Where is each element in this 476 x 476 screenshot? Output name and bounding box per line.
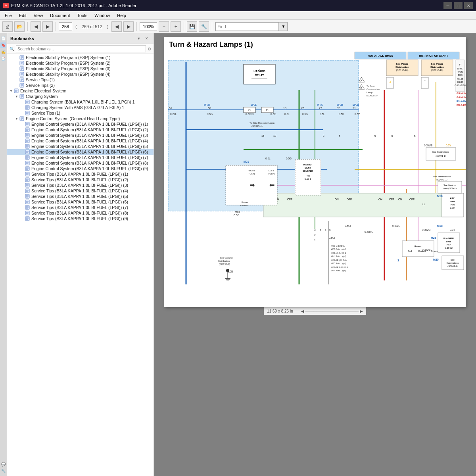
svg-text:⚡: ⚡ <box>389 81 392 84</box>
svg-text:G3LA KAP: G3LA KAP <box>457 92 466 94</box>
bookmark-item-ecs4[interactable]: Engine Control System (B3LA KAPPA 1.0L B… <box>7 138 154 144</box>
bookmark-item-ecst3[interactable]: Service Tips (B3LA KAPPA 1.0L BI-FUEL (L… <box>7 182 154 188</box>
svg-text:Ground: Ground <box>431 250 439 252</box>
bookmark-item-esp1[interactable]: Electronic Stability Program (ESP) Syste… <box>7 55 154 60</box>
svg-text:tions (SD941): tions (SD941) <box>443 187 457 190</box>
bookmark-item-ecs2[interactable]: Engine Control System (B3LA KAPPA 1.0L B… <box>7 127 154 132</box>
svg-text:3: 3 <box>323 134 324 137</box>
svg-text:M01: M01 <box>244 160 249 163</box>
bookmark-item-ecst9[interactable]: Service Tips (B3LA KAPPA 1.0L BI-FUEL (L… <box>7 216 154 221</box>
bookmark-item-cs[interactable]: ▼ Charging System <box>7 94 154 99</box>
bookmark-item-ees[interactable]: ▼ Engine Electrical System <box>7 88 154 94</box>
bookmark-label: Service Tips (B3LA KAPPA 1.0L BI-FUEL (L… <box>31 216 128 221</box>
panel-tools[interactable]: ▼ ✕ <box>135 35 150 42</box>
bookmark-item-ecst1[interactable]: Service Tips (B3LA KAPPA 1.0L BI-FUEL (L… <box>7 171 154 177</box>
bookmark-item-cs1[interactable]: Charging System (B3LA KAPPA 1.0L BI-FUEL… <box>7 99 154 105</box>
bookmark-item-st1[interactable]: Service Tips (1) <box>7 77 154 83</box>
bookmark-item-ecst8[interactable]: Service Tips (B3LA KAPPA 1.0L BI-FUEL (L… <box>7 210 154 216</box>
find-input[interactable] <box>215 22 279 31</box>
bookmark-toggle <box>20 133 25 138</box>
bookmark-label: Charging System <box>26 94 58 99</box>
bookmark-item-ecst7[interactable]: Service Tips (B3LA KAPPA 1.0L BI-FUEL (L… <box>7 205 154 210</box>
nav-back-button[interactable]: ◀ <box>31 21 41 32</box>
bookmark-icon <box>25 183 30 188</box>
bookmark-toggle <box>20 200 25 204</box>
svg-text:OFF: OFF <box>287 198 292 201</box>
tools-button[interactable]: 🔧 <box>199 21 209 32</box>
svg-text:M18: M18 <box>437 195 443 198</box>
bookmark-item-esp3[interactable]: Electronic Stability Program (ESP) Syste… <box>7 66 154 71</box>
sidebar-icon-tools2[interactable]: 🔧 <box>0 468 6 474</box>
prev-page-button[interactable]: ◀ <box>111 21 122 32</box>
title-bar-controls[interactable]: ─ □ ✕ <box>443 2 473 9</box>
bookmark-item-esp2[interactable]: Electronic Stability Program (ESP) Syste… <box>7 60 154 66</box>
bookmark-icon <box>19 61 25 65</box>
menu-document[interactable]: Document <box>47 12 73 19</box>
bookmark-item-cst[interactable]: Service Tips (1) <box>7 110 154 116</box>
sidebar-icon-signatures[interactable]: ✍ <box>0 49 6 55</box>
svg-text:P.67: P.67 <box>447 244 451 246</box>
next-page-button[interactable]: ▶ <box>123 21 134 32</box>
zoom-in-button[interactable]: + <box>171 21 181 32</box>
svg-text:HAZ.: HAZ. <box>450 197 455 200</box>
wiring-diagram-svg: HOT AT ALL TIMES HOT IN ON OR START HAZA… <box>164 50 466 296</box>
bookmark-item-ecs6[interactable]: Engine Control System (B3LA KAPPA 1.0L B… <box>7 149 154 155</box>
bookmark-item-ecs1[interactable]: Engine Control System (B3LA KAPPA 1.0L B… <box>7 121 154 127</box>
bookmark-item-st2[interactable]: Service Tips (2) <box>7 83 154 88</box>
save-button[interactable]: 💾 <box>187 21 197 32</box>
menu-view[interactable]: View <box>31 12 46 19</box>
bookmark-item-ecs9[interactable]: Engine Control System (B3LA KAPPA 1.0L B… <box>7 166 154 171</box>
sidebar-icon-bookmarks[interactable]: 🔖 <box>0 42 6 48</box>
bookmark-item-ecs5[interactable]: Engine Control System (B3LA KAPPA 1.0L B… <box>7 144 154 149</box>
svg-text:B: B <box>361 87 362 89</box>
bookmark-item-esp4[interactable]: Electronic Stability Program (ESP) Syste… <box>7 71 154 77</box>
bookmark-item-ecs7[interactable]: Engine Control System (B3LA KAPPA 1.0L B… <box>7 155 154 160</box>
bookmark-list: Electronic Stability Program (ESP) Syste… <box>7 54 154 476</box>
sidebar-icon-annotations[interactable]: 💬 <box>0 462 6 467</box>
menu-window[interactable]: Window <box>91 12 113 19</box>
svg-text:D: D <box>266 108 269 112</box>
print-button[interactable]: 🖨 <box>2 21 13 32</box>
diagram-title: Turn & Hazard Lamps (1) <box>164 37 466 50</box>
svg-text:OFF: OFF <box>389 198 394 201</box>
bookmark-item-ecst6[interactable]: Service Tips (B3LA KAPPA 1.0L BI-FUEL (L… <box>7 199 154 205</box>
svg-text:3: 3 <box>397 259 399 262</box>
svg-text:See: See <box>451 259 455 261</box>
find-next-button[interactable]: ▼ <box>279 22 288 31</box>
menu-file[interactable]: File <box>2 12 15 19</box>
bookmark-item-ecst2[interactable]: Service Tips (B3LA KAPPA 1.0L BI-FUEL (L… <box>7 177 154 182</box>
bookmark-item-ecst5[interactable]: Service Tips (B3LA KAPPA 1.0L BI-FUEL (L… <box>7 194 154 199</box>
svg-text:LEFT: LEFT <box>269 169 274 172</box>
svg-text:0.5O/B: 0.5O/B <box>246 113 253 115</box>
svg-text:51: 51 <box>169 107 172 109</box>
panel-options-button[interactable]: ▼ <box>135 35 142 42</box>
bookmark-item-ecst4[interactable]: Service Tips (B3LA KAPPA 1.0L BI-FUEL (L… <box>7 188 154 194</box>
bookmark-icon <box>25 205 30 210</box>
bookmark-item-ecs3[interactable]: Engine Control System (B3LA KAPPA 1.0L B… <box>7 132 154 138</box>
bookmark-search-input[interactable] <box>16 45 146 52</box>
svg-text:0.22L: 0.22L <box>170 113 177 115</box>
maximize-button[interactable]: □ <box>454 2 463 9</box>
zoom-out-button[interactable]: − <box>159 21 169 32</box>
minimize-button[interactable]: ─ <box>443 2 452 9</box>
bookmark-toggle[interactable]: ▼ <box>14 116 19 121</box>
svg-text:TURN: TURN <box>268 173 275 175</box>
menu-help[interactable]: Help <box>114 12 129 19</box>
menu-edit[interactable]: Edit <box>16 12 30 19</box>
zoom-input[interactable] <box>140 22 157 31</box>
bookmark-item-ecs[interactable]: ▼ Engine Control System (General Head La… <box>7 116 154 121</box>
nav-forward-button[interactable]: ▶ <box>42 21 53 32</box>
open-button[interactable]: 📂 <box>14 21 25 32</box>
bookmark-toggle[interactable]: ▼ <box>9 88 13 93</box>
close-button[interactable]: ✕ <box>464 2 473 9</box>
svg-text:Coil: Coil <box>408 250 412 252</box>
sidebar-icon-pages[interactable]: 📄 <box>0 36 6 41</box>
bookmark-item-ecs8[interactable]: Engine Control System (B3LA KAPPA 1.0L B… <box>7 160 154 166</box>
bookmark-item-cs2[interactable]: Charging System With AMS (G3LA-G4LA-F3LA… <box>7 105 154 110</box>
page-number-input[interactable] <box>59 22 72 31</box>
bookmark-toggle[interactable]: ▼ <box>14 94 19 99</box>
bookmark-toggle <box>20 150 25 154</box>
panel-close-button[interactable]: ✕ <box>143 35 150 42</box>
menu-tools[interactable]: Tools <box>74 12 91 19</box>
sidebar-icon-layers[interactable]: 📑 <box>0 56 6 61</box>
